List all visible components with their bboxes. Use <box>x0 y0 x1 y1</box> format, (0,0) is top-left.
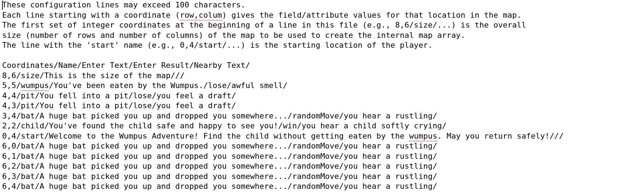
text-fragment: 6,2/bat/A huge bat picked you up and dro… <box>2 162 437 170</box>
text-fragment: 4,4/pit/You fell into a pit/lose/you fee… <box>2 91 236 100</box>
editor-line[interactable]: 2,2/child/You've found the child safe an… <box>2 121 642 131</box>
text-fragment: 2,2/child/You've found the child safe an… <box>2 121 447 130</box>
editor-line[interactable]: 8,6/size/This is the size of the map/// <box>2 71 642 81</box>
text-fragment: Each line starting with a coordinate ( <box>2 11 180 19</box>
text-editor-content[interactable]: These configuration lines may exceed 100… <box>0 0 644 192</box>
text-fragment: size (number of rows and number of colum… <box>2 31 465 40</box>
editor-line[interactable] <box>2 51 642 61</box>
text-caret <box>2 1 3 10</box>
text-fragment: These configuration lines may exceed 100… <box>2 0 246 9</box>
text-fragment: The line with the 'start' name (e.g., 0,… <box>2 41 433 50</box>
editor-line[interactable]: 6,3/bat/A huge bat picked you up and dro… <box>2 171 642 182</box>
editor-line[interactable]: 3,4/bat/A huge bat picked you up and dro… <box>2 111 642 121</box>
text-fragment: 6,1/bat/A huge bat picked you up and dro… <box>2 152 437 161</box>
editor-line[interactable]: These configuration lines may exceed 100… <box>2 0 642 10</box>
text-fragment: ) gives the field/attribute values for t… <box>222 11 522 19</box>
editor-line[interactable]: 6,2/bat/A huge bat picked you up and dro… <box>2 161 642 171</box>
text-fragment: /You've been eaten by the Wumpus./lose/a… <box>49 81 288 90</box>
text-fragment: 4,3/pit/You fell into a pit/lose/you fee… <box>2 101 236 110</box>
editor-line[interactable]: Coordinates/Name/Enter Text/Enter Result… <box>2 60 642 71</box>
spellcheck-underline: row,colum <box>180 11 222 21</box>
text-fragment: 6,0/bat/A huge bat picked you up and dro… <box>2 141 437 150</box>
editor-line[interactable]: 5,5/wumpus/You've been eaten by the Wump… <box>2 81 642 91</box>
editor-line[interactable]: 6,4/bat/A huge bat picked you up and dro… <box>2 181 642 192</box>
editor-line[interactable]: 0,4/start/Welcome to the Wumpus Adventur… <box>2 131 642 141</box>
text-fragment: 6,4/bat/A huge bat picked you up and dro… <box>2 182 437 191</box>
text-fragment: The first set of integer coordinates at … <box>2 21 526 29</box>
text-fragment: Coordinates/Name/Enter Text/Enter Result… <box>2 61 250 70</box>
text-fragment: 0,4/start/Welcome to the Wumpus Adventur… <box>2 132 409 140</box>
editor-line[interactable]: size (number of rows and number of colum… <box>2 30 642 41</box>
editor-line[interactable]: 4,4/pit/You fell into a pit/lose/you fee… <box>2 91 642 101</box>
editor-line[interactable]: 6,1/bat/A huge bat picked you up and dro… <box>2 151 642 162</box>
editor-line[interactable]: Each line starting with a coordinate (ro… <box>2 10 642 21</box>
editor-line[interactable]: The line with the 'start' name (e.g., 0,… <box>2 40 642 51</box>
text-fragment: 6,3/bat/A huge bat picked you up and dro… <box>2 172 437 181</box>
editor-line[interactable]: 6,0/bat/A huge bat picked you up and dro… <box>2 141 642 151</box>
text-fragment: 3,4/bat/A huge bat picked you up and dro… <box>2 111 437 120</box>
text-fragment: 5,5/ <box>2 81 21 90</box>
text-fragment: . May you return safely!/// <box>437 132 564 140</box>
text-fragment: 8,6/size/This is the size of the map/// <box>2 71 185 80</box>
spellcheck-underline: wumpus <box>409 132 437 141</box>
editor-line[interactable]: The first set of integer coordinates at … <box>2 20 642 30</box>
editor-line[interactable]: 4,3/pit/You fell into a pit/lose/you fee… <box>2 101 642 111</box>
spellcheck-underline: wumpus <box>21 81 49 91</box>
